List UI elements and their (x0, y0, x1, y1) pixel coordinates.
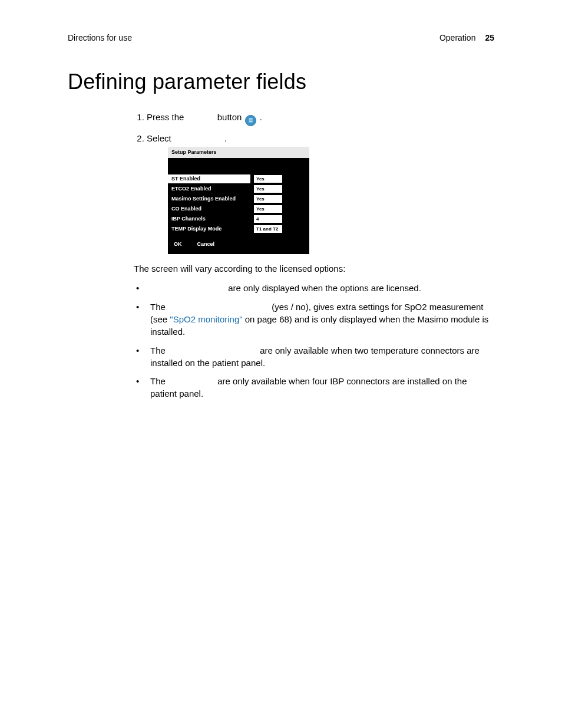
bullet-licensed: are only displayed when the options are … (134, 282, 494, 294)
screenshot-row-label: ST Enabled (168, 174, 250, 183)
screenshot-row: IBP Channels4 (168, 215, 309, 223)
spo2-link[interactable]: "SpO2 monitoring" (170, 314, 242, 324)
header-section: Operation (439, 33, 475, 42)
screenshot-row-value: Yes (250, 195, 286, 203)
screenshot-row-value: Yes (250, 174, 286, 183)
bullet-masimo: The (yes / no), gives extra settings for… (134, 301, 494, 338)
page-title: Defining parameter fields (68, 70, 494, 94)
setup-parameters-screenshot: Setup Parameters ST EnabledYesETCO2 Enab… (168, 147, 309, 254)
options-bullets: are only displayed when the options are … (134, 282, 494, 400)
para-options-vary: The screen will vary according to the li… (134, 262, 494, 275)
screenshot-row-label: IBP Channels (168, 215, 250, 223)
screenshot-row: TEMP Display ModeT1 and T2 (168, 225, 309, 233)
bullet-temp: The are only available when two temperat… (134, 344, 494, 370)
screenshot-row: ST EnabledYes (168, 174, 309, 183)
screenshot-row-label: TEMP Display Mode (168, 225, 250, 233)
steps-list: Press the button ☰ . Select . Setup Para… (134, 111, 494, 254)
setup-icon: ☰ (245, 115, 256, 126)
step-1: Press the button ☰ . (147, 111, 494, 126)
bullet-ibp: The are only available when four IBP con… (134, 375, 494, 400)
screenshot-row-label: CO Enabled (168, 205, 250, 213)
page-number: 25 (485, 33, 494, 42)
screenshot-row-value: T1 and T2 (250, 225, 286, 233)
screenshot-row-value: Yes (250, 185, 286, 193)
running-header: Directions for use Operation 25 (68, 33, 494, 42)
screenshot-table: ST EnabledYesETCO2 EnabledYesMasimo Sett… (168, 173, 309, 235)
screenshot-row: Masimo Settings EnabledYes (168, 195, 309, 203)
screenshot-row: ETCO2 EnabledYes (168, 185, 309, 193)
screenshot-row-label: ETCO2 Enabled (168, 185, 250, 193)
header-left: Directions for use (68, 33, 132, 42)
screenshot-row-label: Masimo Settings Enabled (168, 195, 250, 203)
screenshot-title: Setup Parameters (168, 147, 309, 158)
screenshot-row: CO EnabledYes (168, 205, 309, 213)
screenshot-cancel: Cancel (197, 241, 215, 248)
step-2: Select . Setup Parameters ST EnabledYesE… (147, 132, 494, 254)
screenshot-row-value: Yes (250, 205, 286, 213)
screenshot-ok: OK (174, 241, 182, 248)
screenshot-row-value: 4 (250, 215, 286, 223)
